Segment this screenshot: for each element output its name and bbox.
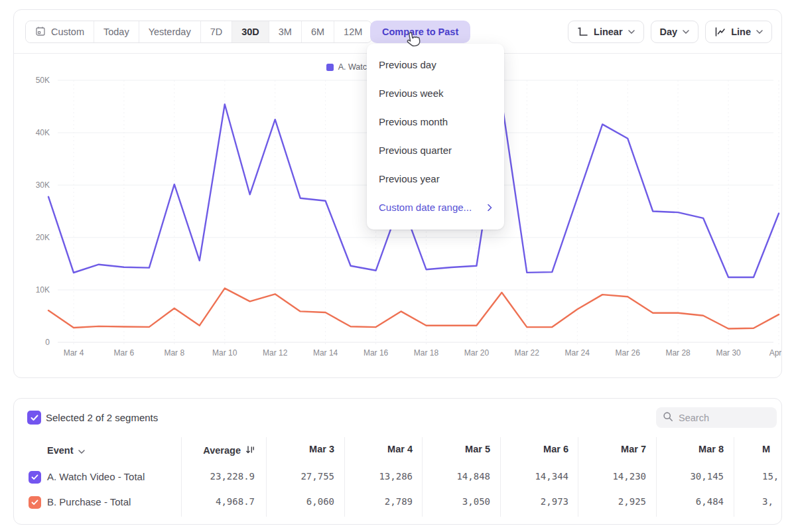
y-axis-label: 10K bbox=[36, 285, 50, 295]
menu-item-previous-year[interactable]: Previous year bbox=[367, 165, 504, 193]
range-button-6m[interactable]: 6M bbox=[301, 21, 334, 42]
table-header-mar6[interactable]: Mar 6 bbox=[543, 444, 568, 457]
select-all-checkbox[interactable] bbox=[27, 411, 41, 425]
cell-mar3: 27,755 bbox=[300, 471, 334, 484]
chevron-down-icon bbox=[756, 30, 763, 34]
search-icon bbox=[663, 411, 673, 425]
x-axis-label: Mar 24 bbox=[565, 348, 590, 358]
table-header-mar7[interactable]: Mar 7 bbox=[621, 444, 646, 457]
cell-mar6: 2,973 bbox=[541, 496, 568, 509]
toolbar-right-group: Linear Day bbox=[568, 21, 772, 43]
column-divider bbox=[344, 437, 345, 517]
menu-item-custom-date-range[interactable]: Custom date range... bbox=[367, 193, 504, 222]
y-axis-label: 40K bbox=[36, 128, 50, 137]
cell-mar7: 14,230 bbox=[612, 471, 646, 484]
range-button-custom[interactable]: Custom bbox=[26, 21, 94, 42]
menu-item-previous-month[interactable]: Previous month bbox=[367, 107, 504, 136]
range-button-label: Custom bbox=[51, 27, 84, 37]
cell-mar4: 13,286 bbox=[379, 471, 413, 484]
cell-average: 23,228.9 bbox=[210, 471, 255, 484]
x-axis-label: Mar 18 bbox=[414, 348, 439, 358]
range-button-12m[interactable]: 12M bbox=[334, 21, 371, 42]
column-divider bbox=[656, 437, 657, 517]
x-axis-label: Mar 16 bbox=[364, 348, 389, 358]
table-header-clipped: M bbox=[762, 444, 770, 457]
column-divider bbox=[266, 437, 267, 517]
x-axis-label: Mar 30 bbox=[716, 348, 741, 358]
segments-card: Selected 2 of 2 segments Event bbox=[13, 398, 782, 525]
table-header-event[interactable]: Event bbox=[47, 444, 85, 457]
segment-label[interactable]: A. Watch Video - Total bbox=[47, 471, 145, 484]
y-axis-label: 0 bbox=[45, 338, 50, 347]
cell-mar5: 14,848 bbox=[456, 471, 490, 484]
check-icon bbox=[31, 415, 38, 421]
x-axis-label: Mar 22 bbox=[515, 348, 540, 358]
table-header-mar3[interactable]: Mar 3 bbox=[309, 444, 334, 457]
chevron-down-icon bbox=[78, 445, 85, 456]
table-header-mar5[interactable]: Mar 5 bbox=[465, 444, 490, 457]
chevron-right-icon bbox=[488, 202, 492, 213]
search-input-wrapper bbox=[656, 407, 777, 428]
range-button-30d[interactable]: 30D bbox=[232, 21, 269, 42]
x-axis-label: Apr 1 bbox=[769, 348, 781, 358]
series-line-1 bbox=[48, 289, 779, 329]
range-button-7d[interactable]: 7D bbox=[200, 21, 232, 42]
check-icon bbox=[31, 499, 38, 505]
range-button-today[interactable]: Today bbox=[94, 21, 139, 42]
cell-mar8: 30,145 bbox=[690, 471, 724, 484]
calendar-icon bbox=[35, 26, 46, 38]
x-axis-label: Mar 26 bbox=[616, 348, 641, 358]
granularity-select-button[interactable]: Day bbox=[651, 21, 699, 43]
analytics-report-page: Custom Today Yesterday 7D 30D 3M 6M 12M … bbox=[0, 0, 796, 532]
x-axis-label: Mar 4 bbox=[64, 348, 84, 358]
menu-item-previous-day[interactable]: Previous day bbox=[367, 50, 504, 79]
column-divider bbox=[422, 437, 423, 517]
x-axis-label: Mar 28 bbox=[665, 348, 691, 358]
cell-mar3: 6,060 bbox=[306, 496, 334, 509]
linear-axis-icon bbox=[577, 27, 588, 37]
chevron-down-icon bbox=[628, 30, 635, 34]
y-axis-label: 20K bbox=[36, 233, 50, 242]
segment-label[interactable]: B. Purchase - Total bbox=[47, 496, 131, 509]
x-axis-label: Mar 14 bbox=[313, 348, 338, 358]
cell-mar6: 14,344 bbox=[535, 471, 568, 484]
menu-item-previous-week[interactable]: Previous week bbox=[367, 79, 504, 107]
cell-mar5: 3,050 bbox=[462, 496, 490, 509]
compare-to-past-button[interactable]: Compare to Past bbox=[370, 21, 470, 43]
cell-clipped: 3, bbox=[762, 496, 773, 509]
column-divider bbox=[181, 437, 182, 517]
table-header-average[interactable]: Average bbox=[203, 444, 255, 457]
sort-descending-icon bbox=[245, 445, 255, 456]
table-header-mar4[interactable]: Mar 4 bbox=[387, 444, 413, 457]
cell-mar7: 2,925 bbox=[618, 496, 646, 509]
segment-checkbox-watch-video[interactable] bbox=[29, 471, 41, 484]
check-icon bbox=[31, 474, 38, 480]
line-chart-icon bbox=[714, 27, 726, 37]
selected-segments-summary: Selected 2 of 2 segments bbox=[46, 412, 158, 423]
scale-select-button[interactable]: Linear bbox=[568, 21, 644, 43]
range-button-3m[interactable]: 3M bbox=[269, 21, 301, 42]
x-axis-label: Mar 10 bbox=[212, 348, 237, 358]
y-axis-label: 30K bbox=[36, 180, 50, 190]
cell-mar4: 2,789 bbox=[385, 496, 413, 509]
chart-type-select-button[interactable]: Line bbox=[705, 21, 772, 43]
column-divider bbox=[734, 437, 734, 517]
table-header-mar8[interactable]: Mar 8 bbox=[698, 444, 724, 457]
x-axis-label: Mar 8 bbox=[164, 348, 184, 358]
chevron-down-icon bbox=[683, 30, 689, 34]
y-axis-label: 50K bbox=[36, 76, 50, 85]
range-button-yesterday[interactable]: Yesterday bbox=[139, 21, 200, 42]
cell-clipped: 15, bbox=[762, 471, 779, 484]
column-divider bbox=[578, 437, 578, 517]
x-axis-label: Mar 20 bbox=[464, 348, 490, 358]
x-axis-label: Mar 12 bbox=[263, 348, 288, 358]
menu-item-previous-quarter[interactable]: Previous quarter bbox=[367, 136, 504, 165]
cell-average: 4,968.7 bbox=[216, 496, 255, 509]
column-divider bbox=[500, 437, 501, 517]
cell-mar8: 6,484 bbox=[696, 496, 724, 509]
compare-menu: Previous day Previous week Previous mont… bbox=[367, 44, 504, 230]
segment-checkbox-purchase[interactable] bbox=[29, 496, 41, 509]
x-axis-label: Mar 6 bbox=[114, 348, 135, 358]
date-range-control: Custom Today Yesterday 7D 30D 3M 6M 12M bbox=[25, 21, 372, 43]
search-input[interactable] bbox=[679, 413, 765, 423]
